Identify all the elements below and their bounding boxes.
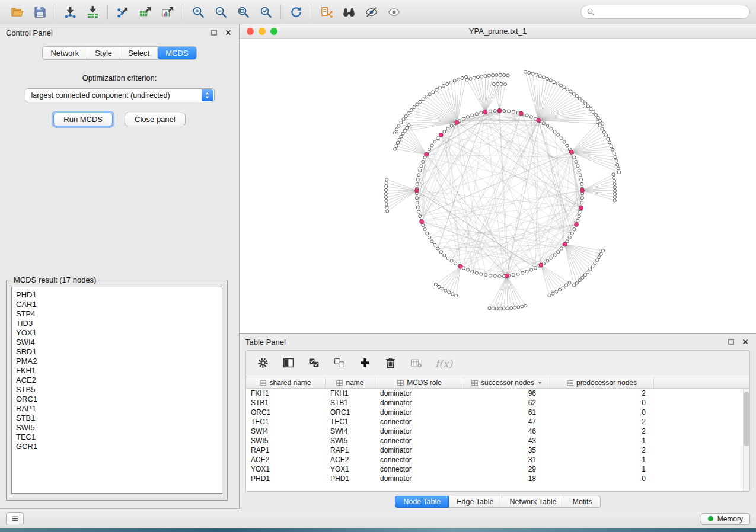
ring-node[interactable] [521, 271, 524, 274]
leaf-node[interactable] [531, 72, 534, 75]
ring-node[interactable] [580, 201, 583, 204]
mcds-hub-node[interactable] [455, 120, 459, 124]
leaf-node[interactable] [617, 167, 620, 170]
table-row[interactable]: SWI4SWI4dominator462 [246, 427, 749, 436]
leaf-node[interactable] [384, 192, 387, 195]
ring-node[interactable] [417, 210, 420, 213]
ring-node[interactable] [578, 215, 580, 218]
leaf-node[interactable] [438, 285, 441, 288]
leaf-node[interactable] [586, 271, 589, 274]
table-row[interactable]: STB1STB1dominator620 [246, 398, 749, 408]
mcds-node-item[interactable]: SWI4 [16, 338, 222, 347]
export-table-button[interactable] [134, 3, 157, 21]
mcds-hub-node[interactable] [414, 188, 419, 193]
mcds-node-item[interactable]: TID3 [16, 319, 222, 328]
leaf-node[interactable] [569, 90, 572, 93]
leaf-node[interactable] [559, 84, 562, 87]
ring-node[interactable] [433, 243, 436, 246]
ring-node[interactable] [516, 273, 519, 275]
leaf-node[interactable] [617, 171, 620, 174]
save-button[interactable] [28, 3, 51, 21]
ring-node[interactable] [568, 236, 571, 239]
leaf-node[interactable] [398, 138, 401, 141]
leaf-node[interactable] [506, 307, 509, 310]
ring-node[interactable] [436, 247, 439, 250]
table-scrollbar[interactable] [743, 389, 749, 491]
leaf-node[interactable] [441, 287, 444, 290]
network-graph[interactable] [240, 39, 756, 333]
leaf-node[interactable] [435, 88, 438, 91]
leaf-node[interactable] [395, 128, 398, 131]
ring-node[interactable] [420, 165, 423, 168]
table-settings-button[interactable] [257, 357, 269, 371]
leaf-node[interactable] [578, 97, 581, 100]
mcds-node-item[interactable]: CAR1 [16, 300, 222, 309]
leaf-node[interactable] [500, 82, 503, 85]
tab-node-table[interactable]: Node Table [395, 496, 449, 508]
leaf-node[interactable] [455, 294, 458, 297]
ring-node[interactable] [560, 137, 563, 140]
ring-node[interactable] [503, 109, 506, 112]
leaf-node[interactable] [473, 76, 476, 79]
leaf-node[interactable] [572, 92, 575, 95]
leaf-node[interactable] [384, 196, 387, 198]
maximize-window-icon[interactable] [270, 28, 277, 35]
mcds-node-item[interactable]: PHD1 [16, 290, 222, 300]
zoom-fit-button[interactable] [232, 3, 254, 21]
ring-node[interactable] [489, 274, 492, 277]
show-columns-button[interactable] [282, 357, 295, 371]
leaf-node[interactable] [410, 108, 413, 111]
ring-node[interactable] [419, 215, 422, 218]
criterion-dropdown[interactable]: largest connected component (undirected) [25, 88, 215, 102]
mcds-node-item[interactable]: YOX1 [16, 328, 222, 338]
ring-node[interactable] [416, 201, 419, 204]
memory-button[interactable]: Memory [701, 513, 750, 525]
leaf-node[interactable] [438, 86, 441, 89]
mcds-hub-node[interactable] [579, 206, 583, 210]
leaf-node[interactable] [386, 210, 389, 213]
ring-node[interactable] [563, 140, 566, 143]
mcds-node-item[interactable]: SWI5 [16, 423, 222, 432]
mcds-node-item[interactable]: STB1 [16, 414, 222, 423]
leaf-node[interactable] [395, 145, 398, 148]
close-panel-button[interactable] [223, 28, 233, 38]
leaf-node[interactable] [591, 265, 594, 268]
leaf-node[interactable] [397, 124, 400, 127]
ring-node[interactable] [566, 144, 569, 147]
search-input[interactable] [599, 8, 744, 16]
leaf-node[interactable] [538, 75, 541, 78]
ring-node[interactable] [580, 197, 583, 200]
run-mcds-button[interactable]: Run MCDS [53, 113, 113, 126]
leaf-node[interactable] [499, 307, 502, 310]
ring-node[interactable] [546, 124, 549, 127]
ring-node[interactable] [450, 259, 453, 262]
ring-node[interactable] [553, 130, 556, 133]
leaf-node[interactable] [502, 307, 505, 310]
leaf-node[interactable] [524, 70, 527, 73]
ring-node[interactable] [475, 271, 478, 274]
mcds-hub-node[interactable] [483, 110, 487, 114]
ring-node[interactable] [443, 130, 446, 133]
apply-layout-button[interactable] [285, 3, 307, 21]
ring-node[interactable] [428, 236, 431, 239]
table-row[interactable]: TEC1TEC1connector472 [246, 417, 749, 427]
ring-node[interactable] [433, 140, 436, 143]
table-row[interactable]: PHD1PHD1dominator180 [246, 474, 749, 483]
ring-node[interactable] [466, 116, 469, 118]
mcds-node-item[interactable]: GCR1 [16, 442, 222, 451]
tab-network-table[interactable]: Network Table [502, 496, 565, 508]
leaf-node[interactable] [613, 196, 616, 198]
leaf-node[interactable] [442, 84, 445, 87]
leaf-node[interactable] [385, 178, 388, 181]
ring-node[interactable] [466, 268, 469, 271]
leaf-node[interactable] [434, 283, 437, 286]
leaf-node[interactable] [528, 71, 531, 74]
search-box[interactable] [580, 5, 750, 19]
ring-node[interactable] [498, 275, 501, 278]
leaf-node[interactable] [400, 121, 403, 124]
close-window-icon[interactable] [247, 28, 254, 35]
ring-node[interactable] [542, 122, 545, 125]
leaf-node[interactable] [502, 73, 505, 76]
leaf-node[interactable] [403, 129, 406, 132]
ring-node[interactable] [529, 268, 532, 271]
